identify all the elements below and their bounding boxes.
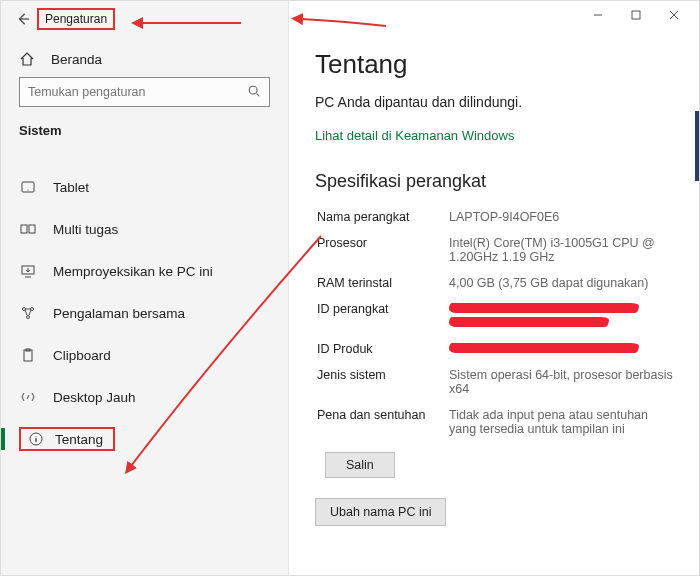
home-label: Beranda xyxy=(51,52,102,67)
spec-key: Jenis sistem xyxy=(317,368,447,406)
project-icon xyxy=(19,263,37,279)
spec-value: LAPTOP-9I4OF0E6 xyxy=(449,210,677,234)
svg-rect-3 xyxy=(21,225,27,233)
sidebar-item-tablet[interactable]: Tablet xyxy=(19,166,270,208)
nav-label: Pengalaman bersama xyxy=(53,306,185,321)
nav-label: Desktop Jauh xyxy=(53,390,136,405)
rename-pc-button[interactable]: Ubah nama PC ini xyxy=(315,498,446,526)
sidebar-item-remote[interactable]: Desktop Jauh xyxy=(19,376,270,418)
spec-row-device-id: ID perangkat xyxy=(317,302,677,340)
spec-key: Prosesor xyxy=(317,236,447,274)
spec-table: Nama perangkat LAPTOP-9I4OF0E6 Prosesor … xyxy=(315,208,679,448)
svg-rect-12 xyxy=(632,11,640,19)
sidebar-home[interactable]: Beranda xyxy=(19,51,270,67)
nav-label: Tablet xyxy=(53,180,89,195)
back-button[interactable] xyxy=(13,9,33,29)
spec-row-device-name: Nama perangkat LAPTOP-9I4OF0E6 xyxy=(317,210,677,234)
spec-value: Intel(R) Core(TM) i3-1005G1 CPU @ 1.20GH… xyxy=(449,236,677,274)
spec-key: RAM terinstal xyxy=(317,276,447,300)
window-controls xyxy=(579,3,693,27)
tablet-icon xyxy=(19,179,37,195)
security-link[interactable]: Lihat detail di Keamanan Windows xyxy=(315,128,679,143)
page-title: Tentang xyxy=(315,49,679,80)
app-title: Pengaturan xyxy=(37,8,115,30)
remote-icon xyxy=(19,389,37,405)
sidebar-item-clipboard[interactable]: Clipboard xyxy=(19,334,270,376)
section-label: Sistem xyxy=(19,123,270,138)
clipboard-icon xyxy=(19,347,37,363)
spec-value: Tidak ada input pena atau sentuhan yang … xyxy=(449,408,677,446)
spec-row-system-type: Jenis sistem Sistem operasi 64-bit, pros… xyxy=(317,368,677,406)
search-input[interactable] xyxy=(28,85,247,99)
main-content: Tentang PC Anda dipantau dan dilindungi.… xyxy=(289,1,699,575)
spec-row-ram: RAM terinstal 4,00 GB (3,75 GB dapat dig… xyxy=(317,276,677,300)
spec-key: Nama perangkat xyxy=(317,210,447,234)
shared-icon xyxy=(19,305,37,321)
spec-value-redacted xyxy=(449,302,677,340)
spec-row-pen-touch: Pena dan sentuhan Tidak ada input pena a… xyxy=(317,408,677,446)
nav-label: Memproyeksikan ke PC ini xyxy=(53,264,213,279)
svg-point-8 xyxy=(27,316,30,319)
svg-point-0 xyxy=(249,86,257,94)
spec-row-product-id: ID Produk xyxy=(317,342,677,366)
svg-point-2 xyxy=(27,189,28,190)
minimize-button[interactable] xyxy=(579,3,617,27)
spec-key: ID perangkat xyxy=(317,302,447,340)
nav-label: Multi tugas xyxy=(53,222,118,237)
search-icon xyxy=(247,84,261,101)
spec-key: ID Produk xyxy=(317,342,447,366)
nav-label: Clipboard xyxy=(53,348,111,363)
svg-rect-4 xyxy=(29,225,35,233)
settings-sidebar: Pengaturan Beranda Sistem Tablet M xyxy=(1,1,289,575)
close-button[interactable] xyxy=(655,3,693,27)
maximize-button[interactable] xyxy=(617,3,655,27)
about-icon xyxy=(27,431,45,447)
search-input-container[interactable] xyxy=(19,77,270,107)
spec-heading: Spesifikasi perangkat xyxy=(315,171,679,192)
copy-button[interactable]: Salin xyxy=(325,452,395,478)
svg-rect-9 xyxy=(24,350,32,361)
scrollbar[interactable] xyxy=(695,111,699,181)
sidebar-item-project[interactable]: Memproyeksikan ke PC ini xyxy=(19,250,270,292)
spec-row-processor: Prosesor Intel(R) Core(TM) i3-1005G1 CPU… xyxy=(317,236,677,274)
spec-value: Sistem operasi 64-bit, prosesor berbasis… xyxy=(449,368,677,406)
sidebar-item-about[interactable]: Tentang xyxy=(19,418,270,460)
nav-label: Tentang xyxy=(55,432,103,447)
spec-value-redacted xyxy=(449,342,677,366)
multitask-icon xyxy=(19,221,37,237)
protection-status: PC Anda dipantau dan dilindungi. xyxy=(315,94,679,110)
sidebar-item-multitask[interactable]: Multi tugas xyxy=(19,208,270,250)
spec-value: 4,00 GB (3,75 GB dapat digunakan) xyxy=(449,276,677,300)
sidebar-item-shared[interactable]: Pengalaman bersama xyxy=(19,292,270,334)
home-icon xyxy=(19,51,37,67)
spec-key: Pena dan sentuhan xyxy=(317,408,447,446)
